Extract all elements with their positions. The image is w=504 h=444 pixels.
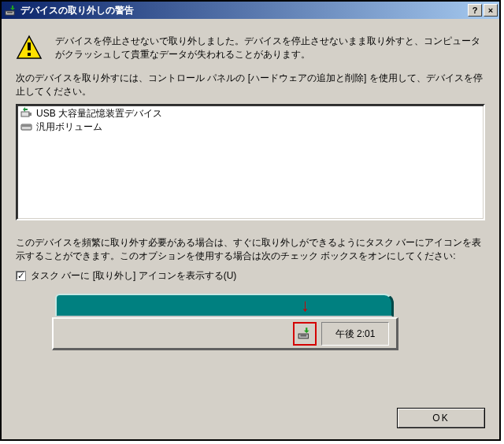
desktop-strip: [55, 294, 394, 317]
titlebar: デバイスの取り外しの警告 ? ×: [2, 2, 499, 19]
tray-clock: 午後 2:01: [321, 322, 389, 346]
svg-rect-9: [300, 335, 306, 336]
ok-button[interactable]: OK: [397, 408, 485, 428]
dialog-window: デバイスの取り外しの警告 ? × デバイスを停止させないで取り外しました。デバイ…: [0, 0, 501, 441]
svg-rect-1: [7, 12, 13, 13]
instruction-text: 次のデバイスを取り外すには、コントロール パネルの [ハードウェアの追加と削除]…: [5, 67, 496, 102]
svg-rect-4: [21, 112, 29, 117]
eject-device-icon: [5, 4, 17, 17]
svg-rect-3: [28, 53, 31, 56]
help-button[interactable]: ?: [468, 4, 482, 17]
close-button[interactable]: ×: [484, 4, 498, 17]
tray-eject-icon-highlight: [293, 322, 317, 346]
list-item-label: 汎用ボリューム: [36, 120, 102, 134]
list-item[interactable]: USB 大容量記憶装置デバイス: [19, 107, 482, 120]
volume-icon: [20, 120, 33, 133]
list-item-label: USB 大容量記憶装置デバイス: [36, 107, 162, 120]
warning-message: デバイスを停止させないで取り外しました。デバイスを停止させないまま取り外すと、コ…: [55, 35, 485, 62]
show-tray-icon-checkbox[interactable]: ✓: [16, 271, 26, 281]
window-title: デバイスの取り外しの警告: [20, 4, 468, 17]
svg-rect-5: [28, 113, 32, 116]
note-text: このデバイスを頻繁に取り外す必要がある場合は、すぐに取り外しができるようにタスク…: [5, 220, 496, 267]
arrow-down-icon: ↓: [301, 297, 309, 314]
eject-device-icon: [298, 326, 312, 342]
usb-device-icon: [20, 107, 33, 120]
svg-rect-7: [22, 125, 31, 127]
list-item[interactable]: 汎用ボリューム: [19, 120, 482, 134]
taskbar-illustration: ↓ 午後 2:01: [52, 294, 485, 363]
warning-icon: [16, 35, 43, 61]
device-list[interactable]: USB 大容量記憶装置デバイス 汎用ボリューム: [16, 104, 485, 220]
checkbox-label: タスク バーに [取り外し] アイコンを表示する(U): [31, 269, 236, 283]
svg-rect-2: [28, 43, 31, 50]
show-tray-icon-checkbox-row: ✓ タスク バーに [取り外し] アイコンを表示する(U): [5, 266, 496, 283]
